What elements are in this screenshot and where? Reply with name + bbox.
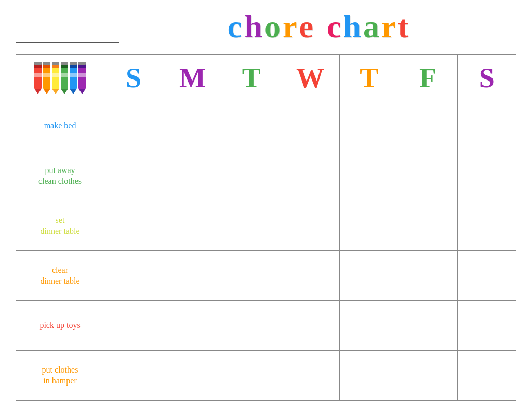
grid-cell-r5c2: [163, 301, 222, 350]
svg-rect-25: [78, 67, 86, 89]
day-header-wed: W: [281, 55, 340, 101]
grid-cell-r2c5: [340, 151, 398, 201]
grid-cell-r6c7: [458, 351, 516, 400]
chore-make-bed: make bed: [16, 101, 104, 151]
title-letter-t2: t: [397, 10, 408, 43]
grid-cell-r4c4: [281, 251, 340, 300]
grid-cell-r1c4: [281, 101, 340, 151]
grid-cell-r6c2: [163, 351, 222, 400]
svg-rect-16: [61, 73, 68, 77]
crayon-red: [34, 62, 42, 94]
grid-cell-r2c2: [163, 151, 222, 201]
days-grid: S M T W T F S: [104, 55, 516, 400]
grid-cell-r3c2: [163, 201, 222, 250]
grid-row-6: [104, 351, 516, 400]
svg-rect-26: [78, 73, 86, 77]
crayon-purple: [78, 62, 86, 94]
crayon-green: [61, 62, 68, 94]
svg-marker-22: [70, 89, 77, 94]
grid-cell-r5c7: [458, 301, 516, 350]
grid-cell-r3c7: [458, 201, 516, 250]
chore-clear-dinner-table: cleardinner table: [16, 251, 104, 301]
svg-marker-27: [78, 89, 86, 94]
title-letter-o1: o: [264, 10, 281, 43]
chore-chart-title: c h o r e c h a r t: [228, 10, 408, 43]
crayon-orange: [43, 62, 50, 94]
day-header-sun: S: [104, 55, 163, 101]
grid-cell-r1c2: [163, 101, 222, 151]
svg-rect-4: [34, 62, 42, 65]
day-header-mon: M: [163, 55, 222, 101]
grid-cell-r5c1: [104, 301, 163, 350]
svg-marker-7: [43, 89, 50, 94]
grid-cell-r5c5: [340, 301, 398, 350]
grid-row-4: [104, 251, 516, 301]
svg-rect-21: [70, 73, 77, 77]
title-letter-c2: c: [327, 10, 341, 43]
page: c h o r e c h a r t: [0, 0, 532, 411]
svg-rect-5: [43, 67, 50, 89]
grid-cell-r5c3: [222, 301, 281, 350]
grid-cell-r2c4: [281, 151, 340, 201]
svg-rect-11: [52, 73, 59, 77]
title-letter-r2: r: [381, 10, 396, 43]
grid-row-5: [104, 301, 516, 351]
chore-put-clothes-hamper: put clothesin hamper: [16, 351, 104, 400]
title-container: c h o r e c h a r t: [135, 10, 516, 43]
svg-rect-9: [43, 62, 50, 65]
svg-marker-17: [61, 89, 68, 94]
svg-rect-15: [61, 67, 68, 89]
day-header-sat: S: [458, 55, 516, 101]
day-header-fri: F: [398, 55, 457, 101]
grid-cell-r3c6: [398, 201, 457, 250]
grid-cell-r1c6: [398, 101, 457, 151]
grid-cell-r6c3: [222, 351, 281, 400]
chore-set-dinner-table: setdinner table: [16, 201, 104, 251]
svg-rect-20: [70, 67, 77, 89]
chores-column: make bed put awayclean clothes setdinner…: [16, 55, 104, 400]
svg-rect-24: [70, 62, 77, 65]
grid-cell-r1c1: [104, 101, 163, 151]
title-letter-r1: r: [283, 10, 297, 43]
svg-rect-19: [61, 62, 68, 65]
grid-cell-r3c5: [340, 201, 398, 250]
grid-cell-r1c3: [222, 101, 281, 151]
grid-row-3: [104, 201, 516, 251]
svg-marker-2: [34, 89, 42, 94]
title-letter-c1: c: [228, 10, 243, 43]
grid-cell-r5c6: [398, 301, 457, 350]
title-letter-h1: h: [244, 10, 262, 43]
grid-row-2: [104, 151, 516, 201]
title-letter-h2: h: [343, 10, 361, 43]
day-header-thu: T: [340, 55, 398, 101]
grid-cell-r2c1: [104, 151, 163, 201]
grid-cell-r3c1: [104, 201, 163, 250]
grid-cell-r2c6: [398, 151, 457, 201]
chore-pick-up-toys: pick up toys: [16, 301, 104, 351]
crayon-blue: [70, 62, 77, 94]
title-letter-a2: a: [363, 10, 379, 43]
svg-rect-1: [34, 73, 42, 77]
grid-cell-r4c1: [104, 251, 163, 300]
svg-rect-14: [52, 62, 59, 65]
days-header-row: S M T W T F S: [104, 55, 516, 101]
grid-cell-r4c6: [398, 251, 457, 300]
grid-cell-r4c2: [163, 251, 222, 300]
grid-cell-r1c5: [340, 101, 398, 151]
grid-cell-r6c4: [281, 351, 340, 400]
grid-cell-r2c7: [458, 151, 516, 201]
svg-rect-6: [43, 73, 50, 77]
header: c h o r e c h a r t: [16, 10, 516, 45]
chore-put-away-clothes: put awayclean clothes: [16, 151, 104, 201]
day-header-tue: T: [222, 55, 281, 101]
svg-rect-0: [34, 67, 42, 89]
grid-cell-r6c6: [398, 351, 457, 400]
grid-cell-r4c7: [458, 251, 516, 300]
crayons-cell: [16, 55, 104, 101]
grid-cell-r3c4: [281, 201, 340, 250]
main-content: make bed put awayclean clothes setdinner…: [16, 54, 516, 401]
grid-cell-r5c4: [281, 301, 340, 350]
crayon-yellow: [52, 62, 59, 94]
grid-cell-r3c3: [222, 201, 281, 250]
grid-cell-r6c1: [104, 351, 163, 400]
